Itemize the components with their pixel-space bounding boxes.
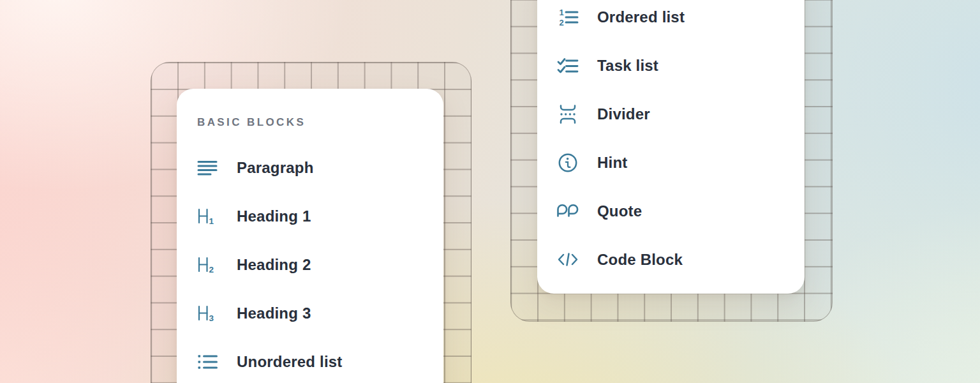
menu-item-heading-1[interactable]: 1 Heading 1 — [196, 192, 443, 241]
menu-item-heading-3[interactable]: 3 Heading 3 — [196, 289, 443, 338]
heading-3-icon: 3 — [196, 302, 219, 325]
svg-text:3: 3 — [209, 313, 214, 323]
gradient-background — [0, 0, 980, 383]
heading-1-icon: 1 — [196, 205, 219, 228]
menu-item-divider[interactable]: Divider — [556, 90, 805, 139]
section-label: BASIC BLOCKS — [197, 116, 443, 129]
svg-text:1: 1 — [209, 216, 214, 226]
svg-text:2: 2 — [560, 18, 564, 27]
divider-icon — [556, 103, 579, 126]
ordered-list-icon: 1 2 — [556, 6, 579, 29]
insert-blocks-menu: 1 2 Ordered list Task list — [537, 0, 805, 294]
menu-item-label: Hint — [597, 154, 627, 172]
svg-text:1: 1 — [560, 8, 564, 17]
menu-item-label: Paragraph — [237, 159, 314, 177]
quote-icon — [556, 200, 579, 223]
menu-item-code-block[interactable]: Code Block — [556, 236, 805, 284]
menu-item-label: Code Block — [597, 251, 683, 269]
menu-item-hint[interactable]: Hint — [556, 139, 805, 187]
menu-item-label: Heading 2 — [237, 256, 311, 274]
basic-blocks-menu: BASIC BLOCKS Paragraph 1 Heading 1 — [177, 89, 443, 383]
menu-item-unordered-list[interactable]: Unordered list — [196, 338, 443, 383]
menu-item-ordered-list[interactable]: 1 2 Ordered list — [556, 0, 805, 41]
code-block-icon — [556, 248, 579, 271]
menu-item-label: Task list — [597, 57, 658, 75]
menu-item-paragraph[interactable]: Paragraph — [196, 144, 443, 192]
menu-item-label: Quote — [597, 202, 642, 220]
menu-item-quote[interactable]: Quote — [556, 187, 805, 236]
menu-item-label: Divider — [597, 105, 650, 123]
menu-item-heading-2[interactable]: 2 Heading 2 — [196, 241, 443, 289]
svg-text:2: 2 — [209, 265, 214, 274]
unordered-list-icon — [196, 350, 219, 373]
menu-item-label: Ordered list — [597, 8, 685, 26]
paragraph-icon — [196, 156, 219, 179]
task-list-icon — [556, 54, 579, 77]
heading-2-icon: 2 — [196, 253, 219, 276]
basic-blocks-menu-list: Paragraph 1 Heading 1 2 — [196, 144, 443, 383]
menu-item-label: Heading 1 — [237, 207, 311, 225]
menu-item-task-list[interactable]: Task list — [556, 41, 805, 90]
insert-blocks-menu-list: 1 2 Ordered list Task list — [556, 0, 805, 284]
menu-item-label: Unordered list — [237, 353, 343, 371]
menu-item-label: Heading 3 — [237, 304, 311, 322]
hint-icon — [556, 151, 579, 174]
